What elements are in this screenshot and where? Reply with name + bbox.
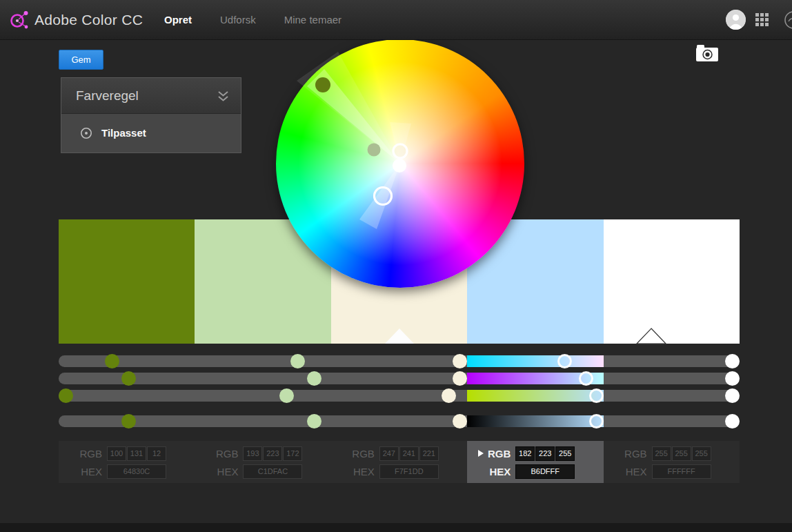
- rule-item-tilpasset[interactable]: Tilpasset: [61, 114, 241, 152]
- rgb-value-b-F7F1DD[interactable]: 221: [419, 446, 439, 461]
- hex-value-FFFFFF[interactable]: FFFFFF: [652, 464, 711, 479]
- slider-track-b[interactable]: [59, 390, 740, 402]
- wheel-beam: [297, 52, 400, 164]
- slider-handle-brightness-B6DFFF[interactable]: [589, 414, 604, 428]
- wheel-marker-F7F1DD[interactable]: [393, 144, 407, 158]
- slider-handle-r-64830C[interactable]: [105, 354, 119, 368]
- rgb-value-g-64830C[interactable]: 131: [127, 446, 146, 461]
- save-button[interactable]: Gem: [59, 50, 103, 70]
- color-rule-title: Farveregel: [76, 78, 139, 114]
- slider-gradient-b[interactable]: [467, 390, 603, 402]
- user-avatar-icon[interactable]: [726, 10, 746, 30]
- navbar: Adobe Color CC OpretUdforskMine temaer: [0, 0, 792, 39]
- hex-label: HEX: [77, 466, 102, 477]
- tab-opret[interactable]: Opret: [164, 14, 192, 26]
- selected-color-caret-icon: [478, 450, 484, 457]
- hex-value-64830C[interactable]: 64830C: [107, 464, 166, 479]
- rgb-value-g-FFFFFF[interactable]: 255: [672, 446, 691, 461]
- rgb-label: RGB: [213, 448, 238, 460]
- slider-handle-g-FFFFFF[interactable]: [725, 371, 740, 386]
- hex-label: HEX: [622, 466, 647, 477]
- slider-track-brightness[interactable]: [59, 415, 740, 427]
- slider-gradient-r[interactable]: [467, 355, 603, 367]
- rgb-value-b-B6DFFF[interactable]: 255: [555, 446, 575, 461]
- slider-handle-g-F7F1DD[interactable]: [453, 371, 467, 386]
- base-color-marker: [385, 328, 414, 344]
- adobe-color-app: Adobe Color CC OpretUdforskMine temaer G…: [0, 0, 792, 532]
- slider-handle-r-FFFFFF[interactable]: [725, 354, 740, 368]
- color-info-F7F1DD: RGB247241221HEXF7F1DD: [331, 441, 467, 483]
- slider-handle-g-C1DFAC[interactable]: [307, 371, 321, 386]
- rgb-value-b-64830C[interactable]: 12: [147, 446, 166, 461]
- outlined-color-marker: [635, 327, 667, 344]
- color-info-64830C: RGB10013112HEX64830C: [59, 441, 195, 483]
- slider-handle-r-B6DFFF[interactable]: [557, 354, 572, 368]
- hex-label: HEX: [350, 466, 375, 477]
- swatch-64830C[interactable]: [59, 219, 195, 344]
- rgb-value-r-C1DFAC[interactable]: 193: [243, 446, 262, 461]
- app-title: Adobe Color CC: [34, 0, 143, 39]
- slider-track-g[interactable]: [59, 373, 740, 384]
- hex-value-C1DFAC[interactable]: C1DFAC: [243, 464, 302, 479]
- color-rule-panel: Farveregel Tilpasset: [61, 77, 241, 153]
- radio-target-icon: [80, 127, 92, 139]
- rgb-label: RGB: [622, 448, 647, 460]
- hex-value-B6DFFF[interactable]: B6DFFF: [515, 464, 575, 479]
- rgb-value-g-F7F1DD[interactable]: 241: [399, 446, 419, 461]
- rgb-label: RGB: [77, 448, 102, 460]
- swatch-FFFFFF[interactable]: [604, 219, 740, 344]
- color-info-FFFFFF: RGB255255255HEXFFFFFF: [604, 441, 740, 483]
- color-info-B6DFFF: RGB182223255HEXB6DFFF: [467, 441, 603, 483]
- slider-handle-brightness-FFFFFF[interactable]: [725, 414, 740, 428]
- slider-track-r[interactable]: [59, 355, 740, 367]
- adobe-color-logo-icon[interactable]: [8, 8, 32, 32]
- rgb-value-b-C1DFAC[interactable]: 172: [283, 446, 302, 461]
- camera-button[interactable]: [695, 43, 719, 63]
- rgb-value-g-B6DFFF[interactable]: 223: [535, 446, 555, 461]
- wheel-marker-B6DFFF[interactable]: [375, 188, 392, 205]
- slider-handle-b-B6DFFF[interactable]: [589, 388, 604, 403]
- rgb-value-r-FFFFFF[interactable]: 255: [652, 446, 671, 461]
- slider-gradient-brightness[interactable]: [467, 415, 603, 427]
- color-info-C1DFAC: RGB193223172HEXC1DFAC: [195, 441, 330, 483]
- rgb-value-g-C1DFAC[interactable]: 223: [263, 446, 282, 461]
- rule-item-label: Tilpasset: [101, 114, 146, 152]
- color-wheel[interactable]: [276, 39, 524, 288]
- wheel-marker-64830C[interactable]: [315, 77, 330, 92]
- wheel-markers-overlay: [276, 39, 524, 288]
- double-chevron-down-icon[interactable]: [217, 91, 229, 101]
- slider-handle-b-C1DFAC[interactable]: [279, 388, 294, 403]
- camera-icon: [695, 43, 719, 63]
- wheel-marker-C1DFAC[interactable]: [368, 144, 381, 157]
- slider-handle-brightness-64830C[interactable]: [121, 414, 136, 428]
- rgb-value-r-64830C[interactable]: 100: [107, 446, 126, 461]
- color-info-strip: RGB10013112HEX64830CRGB193223172HEXC1DFA…: [59, 441, 740, 483]
- rgb-value-r-F7F1DD[interactable]: 247: [379, 446, 399, 461]
- hex-label: HEX: [486, 466, 511, 477]
- wheel-marker-FFFFFF[interactable]: [393, 159, 406, 173]
- rgb-value-b-FFFFFF[interactable]: 255: [692, 446, 711, 461]
- hex-label: HEX: [213, 466, 238, 477]
- slider-handle-b-FFFFFF[interactable]: [725, 388, 740, 403]
- rgb-label: RGB: [350, 448, 375, 460]
- tab-mine-temaer[interactable]: Mine temaer: [284, 14, 341, 26]
- footer-bar: [0, 523, 792, 532]
- nav-tabs: OpretUdforskMine temaer: [164, 0, 341, 39]
- apps-grid-icon[interactable]: [755, 13, 769, 27]
- rgb-value-r-B6DFFF[interactable]: 182: [515, 446, 535, 461]
- hex-value-F7F1DD[interactable]: F7F1DD: [379, 464, 439, 479]
- tab-udforsk[interactable]: Udforsk: [220, 14, 256, 26]
- slider-handle-brightness-C1DFAC[interactable]: [307, 414, 321, 428]
- color-rule-header[interactable]: Farveregel: [61, 78, 241, 114]
- slider-handle-b-64830C[interactable]: [59, 388, 73, 403]
- slider-handle-g-64830C[interactable]: [121, 371, 136, 386]
- creative-cloud-icon[interactable]: [784, 10, 792, 30]
- rgb-label: RGB: [486, 448, 511, 460]
